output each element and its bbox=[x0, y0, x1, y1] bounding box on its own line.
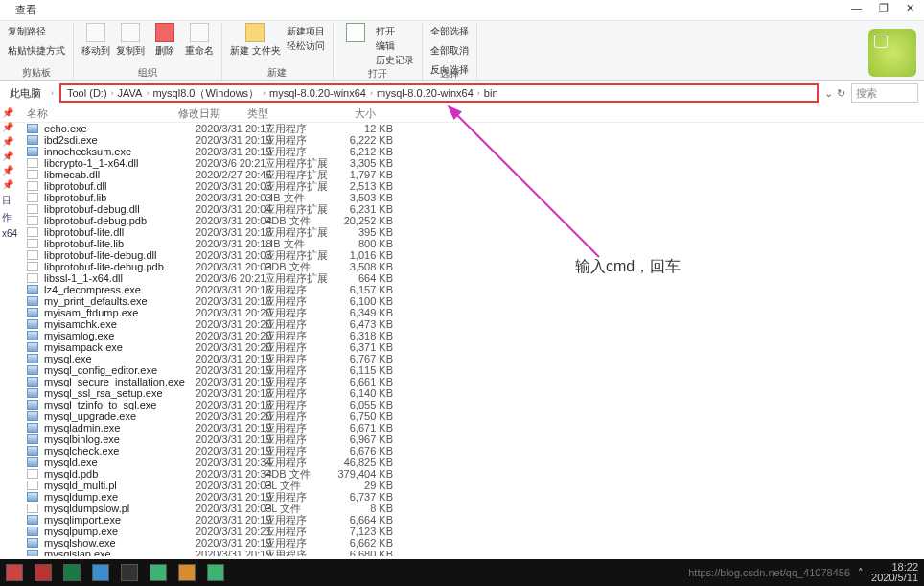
file-date: 2020/3/31 20:20 bbox=[196, 307, 265, 318]
breadcrumb-segment[interactable]: mysql-8.0.20-winx64 bbox=[377, 87, 474, 99]
file-row[interactable]: myisampack.exe2020/3/31 20:20应用程序6,371 K… bbox=[19, 341, 924, 353]
sidebar-label[interactable]: 作 bbox=[0, 209, 19, 226]
move-to-button[interactable]: 移动到 bbox=[81, 23, 110, 58]
copy-to-button[interactable]: 复制到 bbox=[116, 23, 145, 58]
file-row[interactable]: lz4_decompress.exe2020/3/31 20:18应用程序6,1… bbox=[19, 284, 924, 295]
file-row[interactable]: mysql_config_editor.exe2020/3/31 20:19应用… bbox=[19, 364, 924, 376]
properties-button[interactable] bbox=[341, 23, 370, 42]
file-row[interactable]: mysql_tzinfo_to_sql.exe2020/3/31 20:18应用… bbox=[19, 399, 924, 410]
quick-access-pin-icon[interactable]: 📌 bbox=[0, 177, 19, 192]
minimize-button[interactable]: — bbox=[851, 2, 862, 14]
file-row[interactable]: libprotobuf-debug.pdb2020/3/31 20:04PDB … bbox=[19, 215, 924, 226]
file-row[interactable]: libprotobuf-lite-debug.dll2020/3/31 20:0… bbox=[19, 249, 924, 261]
taskbar-clock[interactable]: 18:22 2020/5/11 bbox=[871, 562, 918, 583]
file-row[interactable]: libssl-1_1-x64.dll2020/3/6 20:21应用程序扩展66… bbox=[19, 272, 924, 284]
quick-access-pin-icon[interactable]: 📌 bbox=[0, 105, 19, 120]
file-row[interactable]: mysqlslap.exe2020/3/31 20:19应用程序6,680 KB bbox=[19, 549, 924, 556]
taskbar-app-icon[interactable] bbox=[63, 564, 81, 581]
new-item-button[interactable]: 新建项目 bbox=[287, 25, 325, 38]
file-row[interactable]: myisamchk.exe2020/3/31 20:20应用程序6,473 KB bbox=[19, 318, 924, 330]
search-input[interactable]: 搜索 bbox=[851, 83, 918, 103]
breadcrumb-segment[interactable]: mysql8.0（Windows） bbox=[152, 86, 259, 101]
column-headers: 名称 修改日期 类型 大小 bbox=[0, 105, 924, 123]
file-row[interactable]: libmecab.dll2020/2/27 20:46应用程序扩展1,797 K… bbox=[19, 169, 924, 180]
file-list[interactable]: echo.exe2020/3/31 20:17应用程序12 KBibd2sdi.… bbox=[19, 123, 924, 556]
easy-access-button[interactable]: 轻松访问 bbox=[287, 39, 325, 53]
header-size[interactable]: 大小 bbox=[316, 106, 383, 121]
taskbar-app-icon[interactable] bbox=[121, 564, 138, 581]
breadcrumb-segment[interactable]: JAVA bbox=[118, 87, 143, 99]
file-row[interactable]: mysql.exe2020/3/31 20:19应用程序6,767 KB bbox=[19, 353, 924, 364]
edit-button[interactable]: 编辑 bbox=[376, 39, 414, 53]
file-row[interactable]: mysqlbinlog.exe2020/3/31 20:19应用程序6,967 … bbox=[19, 434, 924, 445]
paste-shortcut-button[interactable]: 粘贴快捷方式 bbox=[8, 44, 65, 58]
open-button[interactable]: 打开 bbox=[376, 25, 414, 38]
header-type[interactable]: 类型 bbox=[247, 106, 316, 121]
file-icon bbox=[27, 481, 38, 490]
rename-button[interactable]: 重命名 bbox=[185, 23, 214, 58]
file-row[interactable]: mysqld_multi.pl2020/3/31 20:03PL 文件29 KB bbox=[19, 480, 924, 491]
file-row[interactable]: mysqldump.exe2020/3/31 20:19应用程序6,737 KB bbox=[19, 491, 924, 503]
file-row[interactable]: mysql_secure_installation.exe2020/3/31 2… bbox=[19, 376, 924, 387]
quick-access-pin-icon[interactable]: 📌 bbox=[0, 120, 19, 134]
file-row[interactable]: my_print_defaults.exe2020/3/31 20:18应用程序… bbox=[19, 295, 924, 307]
taskbar-app-icon[interactable] bbox=[92, 564, 109, 581]
taskbar[interactable]: https://blog.csdn.net/qq_41078456 ˄ 18:2… bbox=[0, 559, 924, 586]
tray-up-icon[interactable]: ˄ bbox=[858, 567, 864, 579]
file-row[interactable]: mysqld.pdb2020/3/31 20:34PDB 文件379,404 K… bbox=[19, 468, 924, 480]
file-row[interactable]: libprotobuf-debug.dll2020/3/31 20:04应用程序… bbox=[19, 203, 924, 215]
file-row[interactable]: mysqldumpslow.pl2020/3/31 20:03PL 文件8 KB bbox=[19, 503, 924, 514]
file-date: 2020/3/31 20:20 bbox=[196, 330, 265, 341]
sidebar-label[interactable]: x64 bbox=[0, 226, 19, 241]
file-row[interactable]: libprotobuf-lite.lib2020/3/31 20:18LIB 文… bbox=[19, 238, 924, 249]
file-row[interactable]: libcrypto-1_1-x64.dll2020/3/6 20:21应用程序扩… bbox=[19, 157, 924, 169]
select-none-button[interactable]: 全部取消 bbox=[430, 44, 469, 58]
file-row[interactable]: innochecksum.exe2020/3/31 20:19应用程序6,212… bbox=[19, 146, 924, 157]
file-row[interactable]: ibd2sdi.exe2020/3/31 20:19应用程序6,222 KB bbox=[19, 134, 924, 146]
file-row[interactable]: mysqlpump.exe2020/3/31 20:21应用程序7,123 KB bbox=[19, 526, 924, 537]
ribbon-tab-view[interactable]: 查看 bbox=[8, 1, 44, 19]
header-name[interactable]: 名称 bbox=[27, 106, 178, 121]
copy-path-button[interactable]: 复制路径 bbox=[8, 25, 46, 38]
file-row[interactable]: mysql_ssl_rsa_setup.exe2020/3/31 20:18应用… bbox=[19, 387, 924, 399]
file-row[interactable]: mysqladmin.exe2020/3/31 20:19应用程序6,671 K… bbox=[19, 422, 924, 434]
refresh-icon[interactable]: ↻ bbox=[837, 87, 845, 100]
file-row[interactable]: myisamlog.exe2020/3/31 20:20应用程序6,318 KB bbox=[19, 330, 924, 341]
file-row[interactable]: echo.exe2020/3/31 20:17应用程序12 KB bbox=[19, 123, 924, 134]
new-folder-button[interactable]: 新建 文件夹 bbox=[230, 23, 281, 58]
file-row[interactable]: libprotobuf-lite-debug.pdb2020/3/31 20:0… bbox=[19, 261, 924, 272]
quick-access-pin-icon[interactable]: 📌 bbox=[0, 149, 19, 163]
breadcrumb-segment[interactable]: Tool (D:) bbox=[67, 87, 107, 99]
file-row[interactable]: libprotobuf.lib2020/3/31 20:03LIB 文件3,50… bbox=[19, 192, 924, 203]
select-all-button[interactable]: 全部选择 bbox=[430, 25, 469, 38]
taskbar-app-icon[interactable] bbox=[35, 564, 52, 581]
close-button[interactable]: ✕ bbox=[906, 2, 914, 14]
history-button[interactable]: 历史记录 bbox=[376, 54, 414, 67]
header-date[interactable]: 修改日期 bbox=[178, 106, 247, 121]
breadcrumb-segment[interactable]: mysql-8.0.20-winx64 bbox=[269, 87, 366, 99]
file-row[interactable]: libprotobuf-lite.dll2020/3/31 20:18应用程序扩… bbox=[19, 226, 924, 238]
file-size: 6,157 KB bbox=[334, 284, 401, 295]
taskbar-app-icon[interactable] bbox=[6, 564, 23, 581]
taskbar-app-icon[interactable] bbox=[150, 564, 167, 581]
file-row[interactable]: mysqlcheck.exe2020/3/31 20:19应用程序6,676 K… bbox=[19, 445, 924, 457]
sidebar-label[interactable]: 目 bbox=[0, 192, 19, 209]
taskbar-app-icon[interactable] bbox=[207, 564, 224, 581]
file-row[interactable]: mysql_upgrade.exe2020/3/31 20:20应用程序6,75… bbox=[19, 410, 924, 422]
ribbon-group-select: 选择 bbox=[440, 67, 459, 81]
file-row[interactable]: mysqld.exe2020/3/31 20:34应用程序46,825 KB bbox=[19, 457, 924, 468]
file-icon bbox=[27, 515, 38, 525]
quick-access-pin-icon[interactable]: 📌 bbox=[0, 163, 19, 177]
file-row[interactable]: mysqlshow.exe2020/3/31 20:19应用程序6,662 KB bbox=[19, 537, 924, 549]
file-row[interactable]: libprotobuf.dll2020/3/31 20:03应用程序扩展2,51… bbox=[19, 180, 924, 192]
taskbar-app-icon[interactable] bbox=[178, 564, 196, 581]
delete-button[interactable]: 删除 bbox=[150, 23, 179, 58]
this-pc-label[interactable]: 此电脑 bbox=[6, 86, 45, 101]
file-row[interactable]: mysqlimport.exe2020/3/31 20:19应用程序6,664 … bbox=[19, 514, 924, 526]
maximize-button[interactable]: ❐ bbox=[879, 2, 889, 14]
breadcrumb-segment[interactable]: bin bbox=[484, 87, 498, 99]
dropdown-icon[interactable]: ⌄ bbox=[824, 87, 833, 100]
file-row[interactable]: myisam_ftdump.exe2020/3/31 20:20应用程序6,34… bbox=[19, 307, 924, 318]
address-bar[interactable]: Tool (D:)›JAVA›mysql8.0（Windows）›mysql-8… bbox=[59, 83, 819, 103]
quick-access-pin-icon[interactable]: 📌 bbox=[0, 134, 19, 149]
